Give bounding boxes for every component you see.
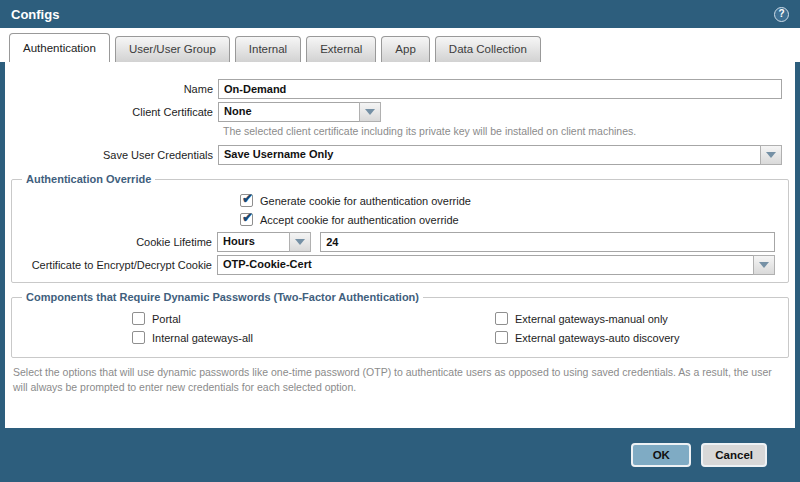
name-row: Name [5,79,782,99]
client-certificate-row: Client Certificate None [5,102,782,122]
cancel-button[interactable]: Cancel [701,443,767,467]
external-gateways-auto-label: External gateways-auto discovery [515,332,679,344]
tab-data-collection[interactable]: Data Collection [435,36,541,62]
configs-dialog: Configs ? Authentication User/User Group… [0,0,800,482]
accept-cookie-row: Accept cookie for authentication overrid… [240,213,767,226]
client-certificate-help: The selected client certificate includin… [223,125,782,137]
dynamic-passwords-legend: Components that Require Dynamic Password… [22,291,423,303]
cookie-cert-row: Certificate to Encrypt/Decrypt Cookie OT… [20,255,775,275]
save-user-credentials-label: Save User Credentials [5,149,218,161]
save-user-credentials-row: Save User Credentials Save Username Only [5,145,782,165]
cookie-cert-select[interactable]: OTP-Cookie-Cert [217,255,775,275]
dialog-footer: OK Cancel [0,428,800,482]
external-gateways-manual-row: External gateways-manual only [495,312,767,325]
dynamic-passwords-note: Select the options that will use dynamic… [13,365,785,394]
dialog-titlebar: Configs ? [0,0,800,28]
name-label: Name [5,83,218,95]
internal-gateways-label: Internal gateways-all [152,332,253,344]
save-user-credentials-select[interactable]: Save Username Only [218,145,782,165]
tab-external[interactable]: External [306,36,376,62]
cookie-lifetime-unit-value: Hours [217,232,290,252]
client-certificate-value: None [218,102,360,122]
external-gateways-auto-checkbox[interactable] [495,331,508,344]
dynamic-passwords-fieldset: Components that Require Dynamic Password… [11,291,789,358]
tab-authentication[interactable]: Authentication [9,33,110,62]
portal-label: Portal [152,313,181,325]
external-gateways-auto-row: External gateways-auto discovery [495,331,767,344]
internal-gateways-checkbox[interactable] [132,331,145,344]
cookie-cert-value: OTP-Cookie-Cert [217,255,754,275]
generate-cookie-label: Generate cookie for authentication overr… [260,195,471,207]
cookie-cert-label: Certificate to Encrypt/Decrypt Cookie [20,259,217,271]
tab-user-user-group[interactable]: User/User Group [115,36,230,62]
help-icon[interactable]: ? [774,7,789,22]
dialog-title: Configs [11,7,59,22]
accept-cookie-checkbox[interactable] [240,213,253,226]
portal-checkbox[interactable] [132,312,145,325]
accept-cookie-label: Accept cookie for authentication overrid… [260,214,459,226]
name-input[interactable] [218,79,782,99]
internal-gateways-row: Internal gateways-all [132,331,387,344]
external-gateways-manual-label: External gateways-manual only [515,313,668,325]
external-gateways-manual-checkbox[interactable] [495,312,508,325]
ok-button[interactable]: OK [631,443,691,467]
tab-internal[interactable]: Internal [235,36,301,62]
cookie-lifetime-row: Cookie Lifetime Hours [20,232,775,252]
authentication-override-fieldset: Authentication Override Generate cookie … [11,173,789,283]
tab-app[interactable]: App [381,36,429,62]
cookie-lifetime-unit-select[interactable]: Hours [217,232,311,252]
cookie-lifetime-label: Cookie Lifetime [20,236,217,248]
generate-cookie-checkbox[interactable] [240,194,253,207]
chevron-down-icon[interactable] [359,102,381,122]
authentication-override-legend: Authentication Override [22,173,155,185]
chevron-down-icon[interactable] [760,145,782,165]
portal-row: Portal [132,312,387,325]
tab-strip: Authentication User/User Group Internal … [0,28,800,62]
generate-cookie-row: Generate cookie for authentication overr… [240,194,767,207]
chevron-down-icon[interactable] [289,232,311,252]
chevron-down-icon[interactable] [753,255,775,275]
save-user-credentials-value: Save Username Only [218,145,761,165]
client-certificate-select[interactable]: None [218,102,382,122]
dialog-content: Name Client Certificate None The selecte… [0,62,800,428]
cookie-lifetime-input[interactable] [320,232,775,252]
client-certificate-label: Client Certificate [5,106,218,118]
